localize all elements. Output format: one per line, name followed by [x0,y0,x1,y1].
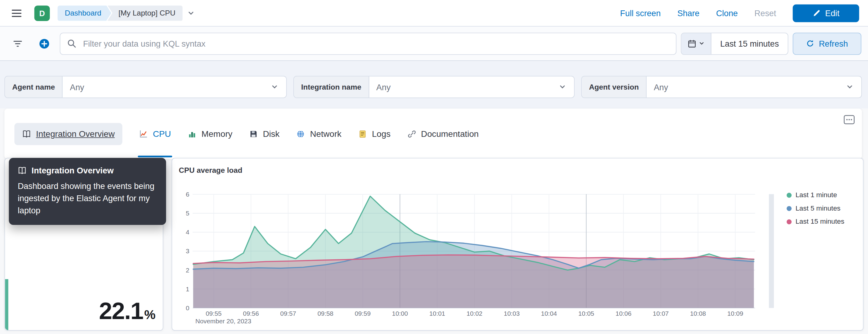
svg-text:November 20, 2023: November 20, 2023 [195,317,252,325]
control-value: Any [647,77,846,97]
legend-item-last-15-minutes[interactable]: Last 15 minutes [787,217,844,226]
share-link[interactable]: Share [677,8,700,18]
clone-link[interactable]: Clone [716,8,738,18]
tab-label: Documentation [421,129,479,139]
edit-button[interactable]: Edit [793,4,859,22]
metric-value: 22.1 [99,297,143,325]
svg-text:10:04: 10:04 [541,310,557,317]
time-range-value[interactable]: Last 15 minutes [711,33,788,54]
line-chart-icon [139,129,148,138]
full-screen-link[interactable]: Full screen [620,8,660,18]
legend-item-last-1-minute[interactable]: Last 1 minute [787,190,844,199]
bar-chart-icon [188,129,196,138]
date-picker-button[interactable] [682,33,711,54]
control-label: Agent name [5,77,63,97]
svg-text:10:01: 10:01 [429,310,445,317]
tab-network[interactable]: Network [296,109,341,159]
top-bar-actions: Full screen Share Clone Reset Edit [620,4,859,22]
legend-label: Last 15 minutes [796,218,844,225]
space-avatar[interactable]: D [34,5,50,21]
breadcrumb-current-page[interactable]: [My Laptop] CPU [107,5,183,21]
metric-value-group: 22.1 % [99,297,156,325]
filter-menu-button[interactable] [7,32,29,55]
tab-label: Network [310,129,341,139]
svg-text:09:58: 09:58 [317,310,333,317]
logs-icon [358,129,367,138]
tab-disk[interactable]: Disk [249,109,280,159]
control-value: Any [369,77,559,97]
kql-search-box [60,32,676,55]
legend-item-last-5-minutes[interactable]: Last 5 minutes [787,204,844,213]
tooltip-body: Dashboard showing the events being inges… [18,180,157,216]
book-icon [22,129,31,138]
cpu-average-load-chart[interactable]: 012345609:5509:5609:5709:5809:5910:0010:… [172,158,864,331]
tab-cpu[interactable]: CPU [139,109,171,159]
legend-dot [787,219,792,224]
edit-button-label: Edit [825,8,839,18]
book-icon [18,166,27,175]
control-integration-name[interactable]: Integration name Any [293,76,575,98]
chart-legend: Last 1 minute Last 5 minutes Last 15 min… [787,190,844,226]
query-bar: Last 15 minutes Refresh [0,27,868,61]
tab-label: CPU [153,129,171,139]
control-label: Integration name [294,77,369,97]
svg-text:10:08: 10:08 [690,310,706,317]
tab-label: Disk [263,129,280,139]
time-range-picker: Last 15 minutes [681,32,788,55]
tab-memory[interactable]: Memory [188,109,232,159]
calendar-icon [688,39,696,48]
chevron-down-icon [187,9,195,17]
tab-documentation[interactable]: Documentation [407,109,479,159]
add-filter-button[interactable] [33,32,56,55]
panel-options-icon [843,114,855,125]
space-avatar-initial: D [39,8,45,18]
pencil-icon [812,9,820,17]
metric-accent-bar [5,279,8,330]
dashboard-area: Integration Overview CPU Memory [0,109,868,334]
chevron-down-icon [699,40,705,47]
svg-text:5: 5 [186,210,189,217]
svg-text:10:06: 10:06 [616,310,631,317]
legend-dot [787,206,792,211]
breadcrumb-dashboard[interactable]: Dashboard [58,5,111,21]
svg-text:1: 1 [186,285,189,293]
hamburger-icon [11,8,22,18]
legend-dot [787,192,792,198]
metric-unit: % [144,307,156,323]
cpu-average-load-panel: CPU average load 012345609:5509:5609:570… [172,158,863,331]
controls-row: Agent name Any Integration name Any Agen… [0,61,868,109]
control-agent-name[interactable]: Agent name Any [5,76,287,98]
breadcrumb: Dashboard [My Laptop] CPU [58,5,195,21]
kql-search-input[interactable] [82,38,670,49]
svg-text:10:05: 10:05 [578,310,594,317]
chevron-down-icon [559,83,566,91]
tab-integration-overview[interactable]: Integration Overview [14,123,122,145]
panel-options-button[interactable] [842,113,857,126]
svg-text:10:00: 10:00 [392,310,408,317]
refresh-icon [806,39,814,48]
svg-text:3: 3 [186,247,189,254]
plus-circle-icon [39,38,50,49]
svg-text:10:02: 10:02 [467,310,483,317]
chevron-down-icon [846,83,854,91]
menu-button[interactable] [9,5,24,21]
search-icon [67,39,76,48]
control-label: Agent version [582,77,647,97]
chevron-down-icon [271,83,278,91]
refresh-button-label: Refresh [819,39,848,48]
legend-label: Last 5 minutes [796,205,841,212]
tab-label: Integration Overview [36,129,115,139]
top-bar: D Dashboard [My Laptop] CPU Full screen … [0,0,868,27]
control-agent-version[interactable]: Agent version Any [581,76,862,98]
refresh-button[interactable]: Refresh [793,32,861,55]
tab-logs[interactable]: Logs [358,109,391,159]
link-icon [407,129,416,138]
disk-icon [249,129,258,138]
svg-text:4: 4 [186,229,189,236]
svg-text:2: 2 [186,267,189,274]
svg-text:6: 6 [186,191,189,198]
svg-text:09:55: 09:55 [206,310,221,317]
filter-icon [13,38,23,49]
svg-text:09:59: 09:59 [355,310,371,317]
breadcrumb-menu-button[interactable] [187,9,195,17]
